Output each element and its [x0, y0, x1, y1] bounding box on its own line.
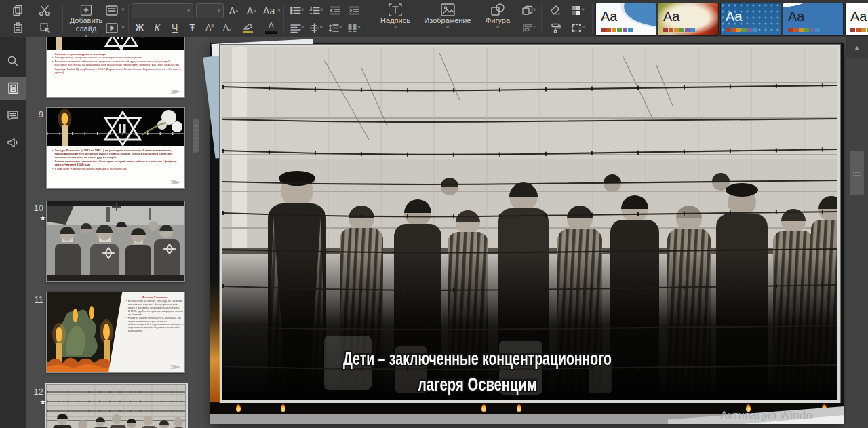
align-objects-button[interactable]: ˅: [517, 20, 541, 36]
swatch: [690, 28, 695, 32]
italic-button[interactable]: К: [149, 20, 165, 35]
swatch: [753, 28, 757, 32]
dropdown-caret-icon: ˅: [217, 8, 220, 14]
presentation-editor: { "icons": { "dropdown_caret": "˅", "car…: [0, 0, 868, 428]
animation-star-icon: ★: [33, 214, 46, 222]
case-label: Аа: [263, 5, 275, 16]
theme-colors-button[interactable]: ˅: [566, 2, 590, 18]
bullet-list-icon: [290, 6, 301, 15]
swatch: [850, 28, 855, 32]
font-size-select[interactable]: ˅: [196, 3, 223, 18]
increase-font-button[interactable]: А˄: [226, 3, 241, 18]
slide-thumbnail-12[interactable]: [46, 384, 186, 428]
slide-caption-line1[interactable]: Дети – заключенные концентрационного: [343, 349, 612, 369]
swatch: [663, 28, 668, 32]
slide9-header-art: [47, 108, 184, 146]
flame-icon: [517, 404, 521, 412]
slides-panel-button[interactable]: [0, 77, 26, 100]
dropdown-caret-icon: ˅: [121, 25, 125, 31]
theme-card-blue-wave[interactable]: Aa: [595, 3, 656, 36]
slide-layout-button[interactable]: ˅: [104, 2, 126, 18]
arrange-button[interactable]: ˅: [517, 2, 541, 18]
theme-preview-label: Aa: [601, 9, 617, 24]
dropdown-caret-icon: ˅: [394, 25, 397, 31]
slide8-body: Холокост — разновидность геноцида. Это и…: [47, 50, 184, 97]
paste-icon: [12, 22, 24, 34]
font-color-button[interactable]: А: [260, 20, 282, 35]
scrollbar-thumb[interactable]: [850, 151, 864, 195]
theme-card-blue-dots[interactable]: Aa: [720, 3, 781, 36]
insert-image-button[interactable]: Изображение ˅: [416, 0, 479, 37]
slide-thumbnail-10[interactable]: [46, 201, 185, 282]
caret-up-icon: ˄: [235, 8, 239, 14]
copy-icon: [12, 5, 24, 16]
theme-preview-label: Aa: [850, 9, 867, 24]
increase-indent-button[interactable]: [344, 2, 363, 18]
dropdown-caret-icon: ˅: [581, 7, 585, 13]
slide-caption-line2[interactable]: лагеря Освенцим: [418, 374, 537, 395]
theme-card-warm-paper[interactable]: Aa: [658, 3, 719, 36]
add-slide-group: Добавить слайд ˅ ˅ ˅: [65, 0, 126, 37]
feedback-button[interactable]: [0, 131, 26, 154]
scroll-up-button[interactable]: ▲: [846, 37, 868, 58]
slide12-photo-children: [47, 385, 185, 428]
theme-card-gray-swoosh[interactable]: Aa: [845, 3, 868, 36]
theme-swatches: [726, 28, 757, 32]
align-objects-icon: [522, 23, 533, 33]
swatch: [726, 28, 730, 32]
dropdown-caret-icon: ˅: [357, 25, 361, 31]
insert-shape-button[interactable]: Фигура ˅: [479, 0, 517, 37]
theme-card-white-blue[interactable]: Aa: [783, 3, 844, 36]
current-slide[interactable]: Дети – заключенные концентрационного лаг…: [210, 43, 844, 424]
dropdown-caret-icon: ˅: [301, 25, 304, 31]
slide-thumbnail-11[interactable]: История Холокоста В ночь с 9 на 10 ноябр…: [46, 292, 185, 373]
highlight-color-button[interactable]: [237, 20, 258, 35]
slide-photo-children[interactable]: Дети – заключенные концентрационного лаг…: [220, 45, 840, 403]
strikethrough-button[interactable]: Ŧ: [184, 20, 201, 35]
bold-button[interactable]: Ж: [132, 20, 148, 35]
decrease-indent-button[interactable]: [326, 2, 344, 18]
border-icon: [571, 23, 582, 33]
paste-button[interactable]: [4, 20, 31, 36]
underline-button[interactable]: Ч: [167, 20, 183, 35]
superscript-button[interactable]: А²: [201, 20, 218, 35]
line-spacing-icon: [328, 24, 339, 33]
decrease-font-button[interactable]: А˅: [244, 3, 259, 18]
outdent-icon: [330, 6, 340, 15]
flame-icon: [481, 404, 486, 412]
line-spacing-button[interactable]: ˅: [326, 20, 344, 36]
border-style-button[interactable]: ˅: [566, 20, 590, 36]
editor-canvas[interactable]: Дети – заключенные концентрационного лаг…: [193, 37, 846, 428]
search-button[interactable]: [0, 50, 26, 73]
image-icon: [441, 3, 455, 16]
slide-thumbnail-8[interactable]: Холокост — разновидность геноцида. Это и…: [46, 37, 185, 98]
vertical-scrollbar[interactable]: ▲: [846, 37, 868, 428]
slideshow-button[interactable]: ˅: [104, 20, 126, 36]
copy-button[interactable]: [4, 2, 31, 18]
comments-button[interactable]: [0, 104, 26, 127]
insert-textbox-button[interactable]: Надпись ˅: [374, 0, 416, 37]
thumb-bullet: Это идеология, которая основана на теори…: [52, 56, 181, 60]
eraser-button[interactable]: [545, 2, 566, 18]
format-painter-button[interactable]: [545, 20, 566, 36]
swatch: [815, 28, 820, 32]
align-text-button[interactable]: ˅: [288, 20, 307, 36]
cut-button[interactable]: [31, 2, 58, 18]
change-case-button[interactable]: Аа ˅: [262, 3, 282, 18]
add-slide-button[interactable]: Добавить слайд ˅: [65, 1, 107, 39]
panel-collapse-handle[interactable]: [193, 119, 199, 153]
insert-textbox-label: Надпись: [380, 16, 410, 25]
anchor-text-button[interactable]: ˅: [307, 20, 326, 36]
slide-thumbnail-9[interactable]: За годы Холокоста (с 1933 по 1945 г.) на…: [46, 107, 185, 189]
thumb-bullet: За годы Холокоста (с 1933 по 1945 г.) на…: [52, 149, 181, 159]
bullet-list-button[interactable]: ˅: [288, 2, 307, 18]
subscript-button[interactable]: А₂: [219, 20, 235, 35]
slide9-body: За годы Холокоста (с 1933 по 1945 г.) на…: [47, 146, 184, 188]
font-name-select[interactable]: ˅: [132, 3, 193, 18]
theme-colors-icon: [571, 5, 581, 16]
columns-button[interactable]: ˅: [344, 20, 363, 36]
numbered-list-button[interactable]: ˅: [307, 2, 326, 18]
select-button[interactable]: [31, 20, 58, 36]
eraser-icon: [550, 5, 561, 15]
theme-swatches: [850, 28, 868, 32]
